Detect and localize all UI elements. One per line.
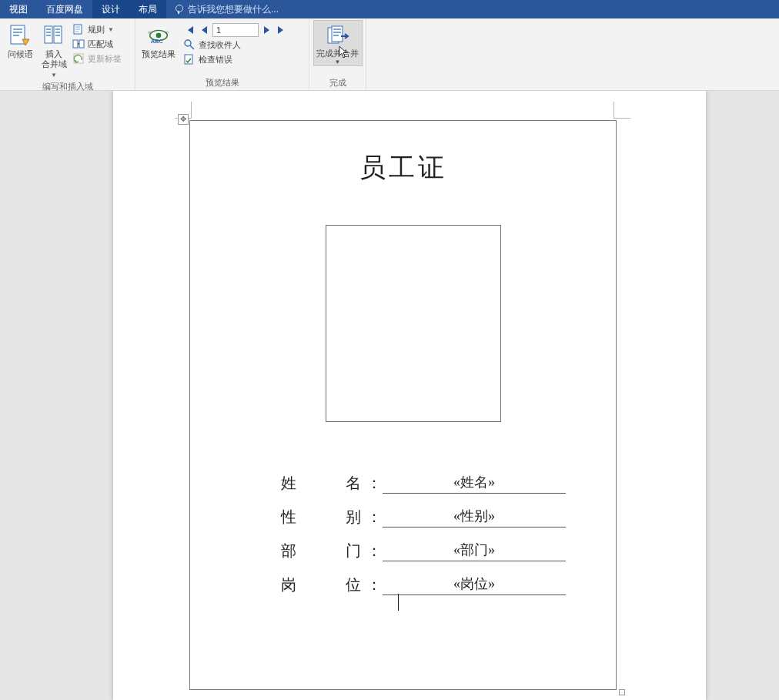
- field-key: 部: [281, 541, 296, 561]
- match-fields-label: 匹配域: [88, 39, 113, 50]
- merge-field-post[interactable]: «岗位»: [383, 574, 566, 595]
- greeting-label: 问候语: [8, 49, 33, 59]
- preview-results-label: 预览结果: [142, 49, 176, 59]
- svg-rect-13: [73, 40, 78, 48]
- record-navigator: [182, 20, 289, 37]
- field-row-post: 岗位 ： «岗位»: [281, 561, 566, 595]
- svg-rect-8: [46, 32, 51, 33]
- svg-rect-7: [55, 28, 60, 30]
- finish-merge-label: 完成并合并: [316, 49, 359, 59]
- colon: ：: [366, 574, 383, 595]
- find-recipient-button[interactable]: 查找收件人: [183, 39, 286, 51]
- update-labels-button[interactable]: 更新标签: [72, 52, 122, 65]
- document-workspace[interactable]: ✥ 员工证 姓名 ： «姓名» 性别 ： «性别» 部门 ： «部门»: [0, 91, 779, 700]
- svg-point-19: [156, 33, 162, 39]
- chevron-down-icon: ▼: [335, 59, 341, 65]
- lightbulb-icon: [174, 5, 183, 14]
- svg-rect-11: [55, 35, 60, 36]
- rules-label: 规则: [88, 24, 105, 35]
- colon: ：: [366, 541, 383, 561]
- rules-button[interactable]: 规则 ▼: [72, 23, 122, 35]
- field-key: 门: [346, 541, 361, 561]
- field-row-name: 姓名 ： «姓名»: [281, 460, 566, 494]
- employee-card[interactable]: 员工证 姓名 ： «姓名» 性别 ： «性别» 部门 ： «部门»: [189, 120, 617, 690]
- merge-field-gender[interactable]: «性别»: [383, 507, 566, 528]
- svg-rect-2: [13, 32, 22, 33]
- group-finish-label: 完成: [313, 76, 363, 90]
- svg-rect-14: [79, 40, 84, 48]
- group-write-insert: 问候语 插入 合并域 ▼: [0, 18, 135, 90]
- field-key: 名: [346, 473, 361, 494]
- svg-point-21: [185, 40, 191, 46]
- svg-rect-27: [333, 35, 339, 36]
- merge-field-dept[interactable]: «部门»: [383, 541, 566, 561]
- finish-merge-icon: [326, 24, 350, 49]
- match-fields-button[interactable]: 匹配域: [72, 38, 122, 50]
- text-caret: [398, 594, 399, 611]
- svg-text:ABC: ABC: [151, 38, 164, 45]
- check-errors-label: 检查错误: [199, 54, 232, 65]
- group-preview-label: 预览结果: [139, 76, 306, 90]
- tab-design[interactable]: 设计: [92, 0, 129, 18]
- tell-me-placeholder: 告诉我您想要做什么...: [188, 3, 279, 16]
- match-fields-icon: [72, 38, 85, 50]
- merge-field-name[interactable]: «姓名»: [383, 473, 566, 494]
- update-labels-label: 更新标签: [88, 53, 122, 65]
- svg-rect-26: [333, 32, 341, 33]
- insert-merge-field-icon: [42, 23, 66, 48]
- svg-rect-3: [13, 35, 19, 36]
- colon: ：: [366, 473, 383, 494]
- insert-merge-field-button[interactable]: 插入 合并域 ▼: [37, 20, 71, 80]
- chevron-down-icon: ▼: [108, 26, 114, 33]
- group-finish: 完成并合并 ▼ 完成: [309, 18, 366, 90]
- tell-me-search[interactable]: 告诉我您想要做什么...: [166, 0, 779, 18]
- svg-rect-1: [13, 28, 22, 30]
- field-key: 位: [346, 574, 361, 595]
- page[interactable]: ✥ 员工证 姓名 ： «姓名» 性别 ： «性别» 部门 ： «部门»: [113, 91, 706, 700]
- check-errors-button[interactable]: 检查错误: [183, 53, 286, 65]
- margin-corner-tr: [614, 102, 630, 119]
- field-key: 岗: [281, 574, 296, 595]
- record-number-input[interactable]: [212, 23, 259, 37]
- photo-placeholder[interactable]: [326, 225, 501, 422]
- table-resize-handle[interactable]: [619, 689, 625, 695]
- update-labels-icon: [72, 52, 85, 65]
- field-key: 姓: [281, 473, 296, 494]
- insert-merge-field-label: 插入 合并域: [42, 49, 67, 69]
- tab-baidu[interactable]: 百度网盘: [37, 0, 92, 18]
- table-anchor-handle[interactable]: ✥: [178, 114, 189, 125]
- tab-layout[interactable]: 布局: [129, 0, 166, 18]
- card-title: 员工证: [190, 150, 616, 186]
- next-record-button[interactable]: [262, 24, 272, 36]
- prev-record-button[interactable]: [199, 24, 209, 36]
- find-recipient-label: 查找收件人: [199, 39, 241, 51]
- title-tabs: 视图 百度网盘 设计 布局 告诉我您想要做什么...: [0, 0, 779, 18]
- chevron-down-icon: ▼: [51, 70, 57, 80]
- last-record-button[interactable]: [276, 24, 286, 36]
- rules-icon: [72, 23, 85, 35]
- check-errors-icon: [183, 53, 196, 65]
- svg-rect-10: [46, 35, 51, 36]
- write-small-commands: 规则 ▼ 匹配域 更新标签: [71, 20, 125, 65]
- search-icon: [183, 39, 196, 51]
- card-fields: 姓名 ： «姓名» 性别 ： «性别» 部门 ： «部门» 岗位 ： «: [281, 460, 566, 595]
- first-record-button[interactable]: [185, 24, 196, 36]
- field-row-gender: 性别 ： «性别»: [281, 494, 566, 528]
- svg-rect-25: [333, 28, 341, 30]
- greeting-icon: [8, 23, 32, 48]
- svg-rect-6: [46, 28, 51, 30]
- ribbon: 问候语 插入 合并域 ▼: [0, 18, 779, 91]
- colon: ：: [366, 507, 383, 528]
- svg-rect-9: [55, 32, 60, 33]
- tab-view[interactable]: 视图: [0, 0, 37, 18]
- preview-results-button[interactable]: « » ABC 预览结果: [139, 20, 179, 59]
- field-key: 别: [346, 507, 361, 528]
- group-preview-results: « » ABC 预览结果: [135, 18, 309, 90]
- finish-merge-button[interactable]: 完成并合并 ▼: [313, 20, 363, 66]
- preview-results-icon: « » ABC: [146, 23, 171, 48]
- greeting-line-button[interactable]: 问候语: [3, 20, 37, 59]
- field-row-dept: 部门 ： «部门»: [281, 528, 566, 561]
- svg-rect-22: [185, 55, 192, 64]
- field-key: 性: [281, 507, 296, 528]
